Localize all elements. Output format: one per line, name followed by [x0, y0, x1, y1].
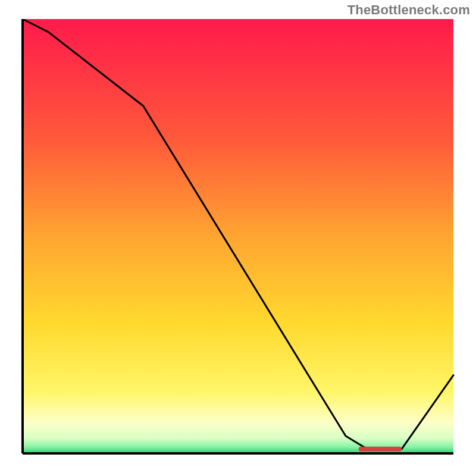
optimum-marker: [359, 447, 402, 452]
gradient-background: [23, 19, 453, 453]
plot-area: [19, 19, 457, 457]
chart-container: TheBottleneck.com: [0, 0, 476, 476]
watermark-text: TheBottleneck.com: [347, 2, 470, 18]
chart-svg: [19, 19, 457, 457]
